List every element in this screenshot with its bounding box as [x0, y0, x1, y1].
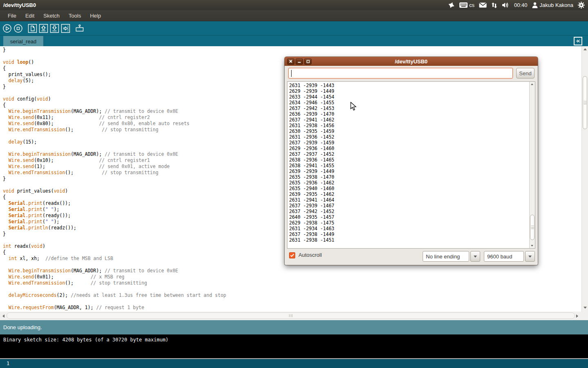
- line-ending-select[interactable]: No line ending: [423, 251, 469, 262]
- verify-button[interactable]: [2, 23, 12, 33]
- send-button[interactable]: Send: [516, 68, 535, 79]
- editor-hscroll-thumb[interactable]: [7, 312, 575, 319]
- tab-label: serial_read: [10, 38, 36, 45]
- close-icon: [289, 60, 292, 63]
- keyboard-layout-icon[interactable]: cs: [459, 2, 474, 8]
- send-label: Send: [519, 70, 531, 76]
- save-button[interactable]: [49, 23, 59, 33]
- serial-scroll-thumb[interactable]: [530, 215, 535, 240]
- window-title: /dev/ttyUSB0: [0, 2, 36, 8]
- save-icon: [50, 24, 59, 33]
- menubar: File Edit Sketch Tools Help: [0, 10, 588, 21]
- text-caret: [291, 70, 292, 77]
- chevron-down-icon: [474, 256, 477, 258]
- chevron-down-icon: [528, 256, 532, 258]
- user-name: Jakub Kakona: [540, 2, 573, 8]
- upload-icon: [61, 24, 70, 33]
- line-number-bar: 1: [0, 358, 588, 368]
- editor-vscroll-thumb[interactable]: [583, 76, 587, 129]
- menu-help[interactable]: Help: [85, 11, 105, 20]
- code-text[interactable]: } void loop(){ print_values(); delay(5);…: [3, 47, 226, 311]
- clock[interactable]: 00:40: [514, 2, 528, 8]
- maximize-icon: [306, 60, 310, 63]
- user-icon: [532, 2, 538, 8]
- toolbar: [0, 21, 588, 35]
- volume-icon[interactable]: [502, 2, 510, 8]
- scroll-up-arrow[interactable]: [584, 48, 587, 50]
- scroll-left-arrow[interactable]: [2, 314, 4, 318]
- line-ending-value: No line ending: [426, 254, 460, 260]
- serial-window-title: /dev/ttyUSB0: [285, 58, 538, 65]
- new-sketch-button[interactable]: [27, 23, 37, 33]
- stop-button[interactable]: [13, 23, 23, 33]
- menu-file[interactable]: File: [3, 11, 21, 20]
- build-console: Binary sketch size: 4208 bytes (of a 307…: [0, 334, 588, 358]
- minimize-icon: [298, 60, 301, 63]
- serial-scroll-down-arrow[interactable]: [531, 245, 533, 247]
- open-button[interactable]: [38, 23, 48, 33]
- upload-button[interactable]: [60, 23, 70, 33]
- tab-menu-button[interactable]: [574, 37, 582, 45]
- verify-icon: [2, 24, 12, 33]
- menu-edit[interactable]: Edit: [21, 11, 39, 20]
- tab-serial-read[interactable]: serial_read: [3, 36, 43, 47]
- menu-sketch[interactable]: Sketch: [39, 11, 64, 20]
- maximize-button[interactable]: [304, 58, 312, 65]
- network-icon[interactable]: [491, 2, 497, 9]
- serial-output-area[interactable]: 2631 -2939 -1443 2629 -2939 -1449 2633 -…: [287, 81, 535, 249]
- serial-scrollbar[interactable]: [529, 82, 535, 248]
- new-sketch-icon: [28, 24, 37, 33]
- autoscroll-checkbox[interactable]: [289, 252, 295, 258]
- close-button[interactable]: [287, 58, 294, 65]
- current-line-number: 1: [7, 361, 9, 366]
- autoscroll-label[interactable]: Autoscroll: [298, 252, 322, 258]
- status-message: Done uploading.: [3, 324, 42, 330]
- notification-applet-icon[interactable]: [448, 2, 455, 9]
- tab-bar: serial_read: [0, 35, 588, 46]
- line-ending-dropdown-button[interactable]: [470, 251, 480, 262]
- tab-menu-arrow-icon: [575, 38, 581, 44]
- serial-monitor-button[interactable]: [75, 23, 85, 33]
- stop-icon: [13, 24, 23, 33]
- serial-output[interactable]: 2631 -2939 -1443 2629 -2939 -1449 2633 -…: [289, 83, 334, 243]
- baud-select[interactable]: 9600 baud: [484, 251, 524, 262]
- top-panel: /dev/ttyUSB0 cs 00:40 Jakub Kakona: [0, 0, 588, 10]
- open-icon: [39, 24, 48, 33]
- serial-controls: Autoscroll No line ending 9600 baud: [285, 251, 538, 262]
- baud-value: 9600 baud: [487, 254, 512, 260]
- serial-monitor-icon: [75, 24, 85, 33]
- session-gear-icon[interactable]: [578, 2, 585, 9]
- keyboard-layout-label[interactable]: cs: [469, 2, 474, 8]
- minimize-button[interactable]: [296, 58, 303, 65]
- editor-horizontal-scrollbar[interactable]: [0, 312, 588, 320]
- checkmark-icon: [290, 254, 294, 257]
- serial-input[interactable]: [288, 68, 513, 79]
- serial-window-titlebar[interactable]: /dev/ttyUSB0: [285, 57, 538, 66]
- editor-vertical-scrollbar[interactable]: [581, 46, 588, 312]
- console-text: Binary sketch size: 4208 bytes (of a 307…: [3, 337, 169, 343]
- serial-monitor-window: /dev/ttyUSB0 Send 2631 -2939 -1443 2629 …: [285, 57, 538, 265]
- scroll-right-arrow[interactable]: [576, 314, 578, 318]
- baud-dropdown-button[interactable]: [525, 251, 535, 262]
- messaging-icon[interactable]: [479, 2, 487, 8]
- user-menu[interactable]: Jakub Kakona: [532, 2, 573, 8]
- system-tray: cs 00:40 Jakub Kakona: [448, 2, 588, 9]
- menu-tools[interactable]: Tools: [64, 11, 85, 20]
- scroll-down-arrow[interactable]: [584, 307, 587, 309]
- serial-scroll-up-arrow[interactable]: [531, 83, 533, 85]
- status-bar: Done uploading.: [0, 320, 588, 334]
- mouse-cursor: [350, 102, 358, 112]
